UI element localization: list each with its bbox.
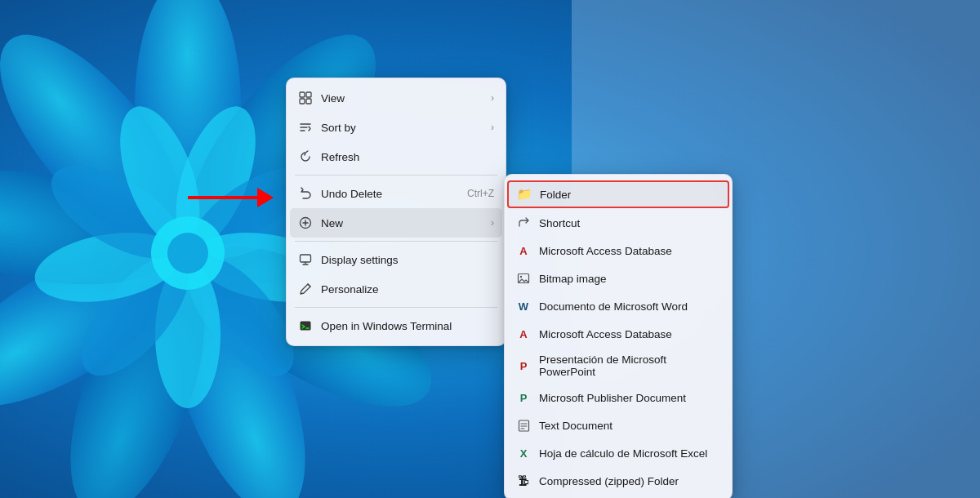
submenu-item-bitmap[interactable]: Bitmap image [505, 265, 732, 292]
separator-3 [295, 307, 497, 308]
access-icon-1: A [516, 243, 531, 258]
menu-item-new[interactable]: New › [290, 208, 502, 238]
excel-icon: X [516, 446, 531, 460]
text-doc-label: Text Document [539, 420, 720, 432]
word-icon: W [516, 299, 531, 313]
svg-point-20 [167, 233, 208, 273]
menu-item-personalize[interactable]: Personalize [287, 274, 506, 304]
open-terminal-label: Open in Windows Terminal [321, 320, 494, 332]
context-menu: View › Sort by › Refresh Undo Delete Ctr… [286, 78, 506, 346]
menu-item-view[interactable]: View › [287, 83, 506, 113]
svg-point-30 [520, 276, 522, 278]
powerpoint-icon: P [516, 358, 531, 373]
separator-2 [295, 241, 497, 242]
submenu-item-word[interactable]: W Documento de Microsoft Word [505, 292, 732, 320]
sort-by-label: Sort by [321, 122, 483, 134]
view-chevron: › [491, 92, 494, 104]
menu-item-display-settings[interactable]: Display settings [287, 245, 506, 274]
shortcut-icon [516, 216, 531, 230]
context-menu-wrapper: View › Sort by › Refresh Undo Delete Ctr… [286, 78, 506, 346]
submenu-item-shortcut[interactable]: Shortcut [505, 209, 732, 237]
display-icon [298, 252, 313, 267]
undo-delete-label: Undo Delete [321, 188, 459, 200]
svg-rect-22 [300, 92, 305, 97]
submenu-item-text[interactable]: Text Document [505, 411, 732, 439]
menu-item-open-terminal[interactable]: Open in Windows Terminal [287, 311, 506, 340]
personalize-icon [298, 282, 313, 296]
folder-label: Folder [540, 189, 719, 201]
submenu-item-zip[interactable]: 🗜 Compressed (zipped) Folder [505, 467, 732, 495]
svg-rect-24 [300, 99, 305, 104]
powerpoint-label: Presentación de Microsoft PowerPoint [539, 353, 720, 378]
terminal-icon [298, 318, 313, 333]
view-icon [298, 91, 313, 105]
submenu-item-access-db2[interactable]: A Microsoft Access Database [505, 320, 732, 348]
submenu-item-access-db1[interactable]: A Microsoft Access Database [505, 237, 732, 265]
display-settings-label: Display settings [321, 254, 494, 266]
zip-icon: 🗜 [516, 474, 531, 488]
zip-label: Compressed (zipped) Folder [539, 475, 720, 487]
bitmap-label: Bitmap image [539, 273, 720, 285]
menu-item-sort-by[interactable]: Sort by › [287, 113, 506, 142]
access-db2-label: Microsoft Access Database [539, 328, 720, 340]
submenu-new: 📁 Folder Shortcut A Microsoft Access Dat… [504, 174, 733, 498]
svg-rect-28 [301, 322, 311, 331]
submenu-item-publisher[interactable]: P Microsoft Publisher Document [505, 384, 732, 411]
access-icon-2: A [516, 327, 531, 341]
submenu-item-powerpoint[interactable]: P Presentación de Microsoft PowerPoint [505, 348, 732, 384]
svg-rect-23 [306, 92, 311, 97]
word-label: Documento de Microsoft Word [539, 300, 720, 313]
undo-icon [298, 186, 313, 201]
new-label: New [321, 217, 483, 229]
shortcut-label: Shortcut [539, 217, 720, 229]
arrow-line [188, 196, 257, 199]
red-arrow [188, 185, 278, 210]
text-icon [516, 418, 531, 433]
bitmap-icon [516, 271, 531, 286]
arrow-head [257, 188, 274, 207]
sort-icon [298, 120, 313, 135]
menu-item-refresh[interactable]: Refresh [287, 142, 506, 171]
view-label: View [321, 92, 483, 104]
refresh-label: Refresh [321, 151, 494, 163]
svg-rect-25 [306, 99, 311, 104]
svg-rect-27 [301, 255, 311, 262]
access-db1-label: Microsoft Access Database [539, 245, 720, 257]
separator-1 [295, 175, 497, 176]
refresh-icon [298, 149, 313, 164]
excel-label: Hoja de cálculo de Microsoft Excel [539, 447, 720, 460]
publisher-icon: P [516, 390, 531, 405]
personalize-label: Personalize [321, 283, 494, 296]
menu-item-undo-delete[interactable]: Undo Delete Ctrl+Z [287, 179, 506, 208]
undo-shortcut: Ctrl+Z [467, 188, 494, 199]
new-chevron: › [491, 217, 494, 229]
sort-chevron: › [491, 122, 494, 133]
submenu-item-excel[interactable]: X Hoja de cálculo de Microsoft Excel [505, 439, 732, 467]
new-icon [298, 216, 313, 230]
publisher-label: Microsoft Publisher Document [539, 392, 720, 404]
folder-icon: 📁 [517, 187, 532, 202]
submenu-item-folder[interactable]: 📁 Folder [507, 180, 729, 208]
